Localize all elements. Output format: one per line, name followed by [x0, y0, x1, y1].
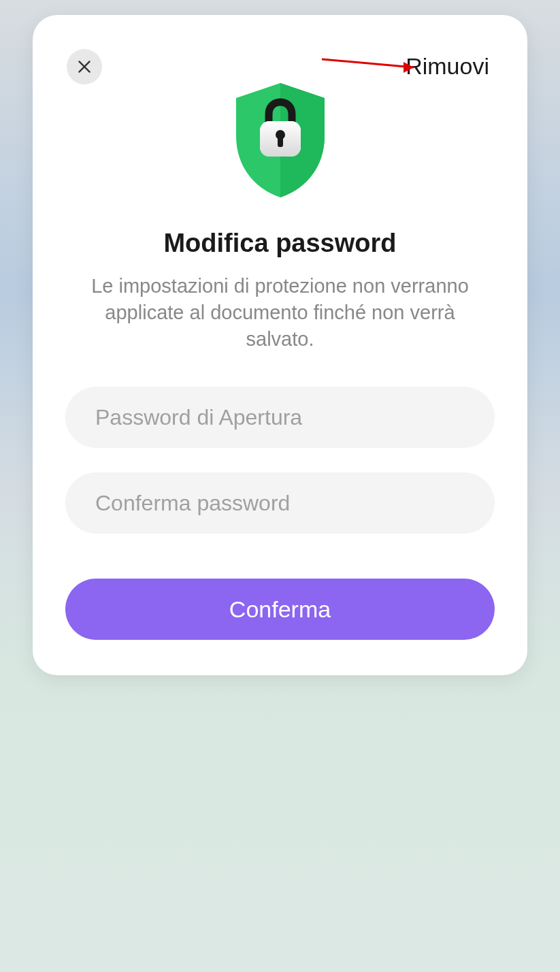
modal-description: Le impostazioni di protezione non verran… [65, 273, 495, 353]
svg-line-2 [322, 59, 414, 67]
close-button[interactable] [67, 49, 102, 84]
shield-lock-icon [65, 75, 495, 204]
close-icon [76, 58, 93, 76]
confirm-button[interactable]: Conferma [65, 579, 495, 640]
remove-link[interactable]: Rimuovi [406, 53, 489, 80]
modal-title: Modifica password [65, 229, 495, 258]
password-input[interactable] [65, 387, 495, 448]
svg-rect-7 [278, 136, 283, 147]
confirm-password-input[interactable] [65, 472, 495, 534]
password-modal: Rimuovi Modifica password Le [33, 15, 527, 675]
